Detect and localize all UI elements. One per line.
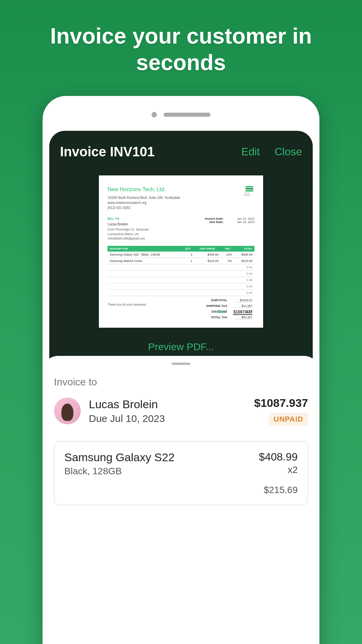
invoice-table: DESCRIPTION QTY UNIT PRICE TAX TOTAL Sam… [108, 246, 254, 296]
grand-total-label: Total [206, 310, 226, 315]
line-item-card[interactable]: Samsung Galaxy S22 Black, 128GB $408.99 … [54, 441, 308, 505]
company-address: 15205 North Kierland Blvd. Suite 100. Sc… [108, 195, 180, 210]
thank-you-text: Thank you for your business! [108, 303, 254, 306]
billto-name: Lucas Brolein [108, 222, 149, 226]
table-row: 0.00 [108, 277, 254, 283]
table-row: Samsung Watch3 Active 1 $215.69 5% $215.… [108, 258, 254, 264]
preview-pdf-button[interactable]: Preview PDF... [60, 341, 302, 353]
item-price: $408.99 [259, 451, 298, 463]
item-name: Samsung Galaxy S22 [64, 451, 175, 464]
speaker-icon [164, 113, 210, 117]
billto-label: BILL TO [108, 217, 149, 220]
phone-notch [43, 112, 319, 117]
phone-frame: Invoice INV101 Edit Close New Horizons T… [43, 96, 319, 644]
bottom-sheet: Invoice to Lucas Brolein Due Jul 10, 202… [43, 356, 319, 512]
app-panel: Invoice INV101 Edit Close New Horizons T… [49, 131, 313, 369]
table-row: 0.00 [108, 264, 254, 270]
grand-total-value: $1087.937 [233, 310, 252, 315]
billto-address: 2118 Thornridge Cir. Syracuse, Connectic… [108, 227, 149, 241]
item-subtotal: $215.69 [64, 485, 298, 495]
camera-dot-icon [152, 112, 157, 117]
close-button[interactable]: Close [275, 146, 302, 158]
brand-logo-icon: YOUR BRAND [244, 186, 254, 196]
table-row: 0.00 [108, 289, 254, 296]
table-row: 0.00 [108, 270, 254, 277]
invoice-preview[interactable]: New Horizons Tech, Ltd. 15205 North Kier… [99, 175, 263, 327]
hero-title: Invoice your customer in seconds [0, 0, 362, 96]
customer-name: Lucas Brolein [89, 398, 246, 411]
status-badge: UNPAID [269, 413, 308, 426]
table-row: 0.00 [108, 283, 254, 289]
item-qty: x2 [259, 465, 298, 475]
app-header: Invoice INV101 Edit Close [60, 144, 302, 159]
edit-button[interactable]: Edit [241, 146, 260, 158]
customer-row[interactable]: Lucas Brolein Due Jul 10, 2023 $1087.937… [54, 396, 308, 426]
customer-amount: $1087.937 [254, 396, 308, 410]
item-variant: Black, 128GB [64, 466, 175, 477]
page-title: Invoice INV101 [60, 144, 155, 159]
avatar [54, 397, 81, 424]
invoice-to-label: Invoice to [54, 376, 308, 388]
drag-handle-icon[interactable] [172, 363, 190, 365]
customer-due: Due Jul 10, 2023 [89, 413, 246, 424]
table-row: Samsung Galaxy S22 - Black, 128GB 2 $408… [108, 252, 254, 258]
invoice-dates: Invoice Date: Jan 15, 2023 Due Date: Jan… [205, 217, 254, 241]
company-name: New Horizons Tech, Ltd. [108, 186, 175, 193]
